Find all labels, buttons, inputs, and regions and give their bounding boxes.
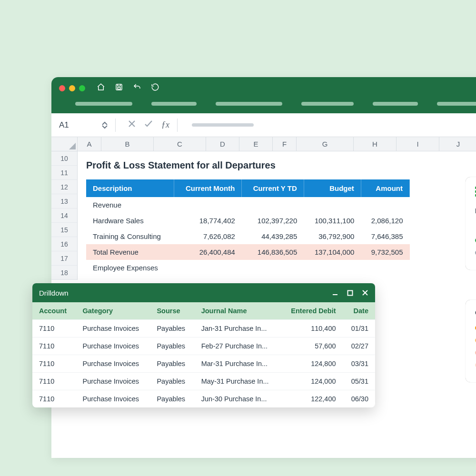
column-header[interactable]: I <box>397 137 439 151</box>
row-header[interactable]: 13 <box>51 194 77 208</box>
drilldown-cell: Jun-30 Purchase In... <box>195 390 281 408</box>
pl-cell <box>361 197 409 213</box>
revenue-breakdown-card: Spre Revenue Breakd Training & CorHardwa… <box>466 177 476 270</box>
refresh-icon[interactable] <box>151 83 159 93</box>
column-header[interactable]: H <box>354 137 397 151</box>
select-all-corner[interactable] <box>51 137 78 151</box>
row-header[interactable]: 16 <box>51 237 77 251</box>
close-icon[interactable] <box>362 289 368 296</box>
row-header[interactable]: 15 <box>51 223 77 237</box>
column-header[interactable]: C <box>154 137 206 151</box>
drilldown-cell: Payables <box>150 373 194 390</box>
column-header[interactable]: D <box>206 137 239 151</box>
pl-cell: 137,104,000 <box>304 244 361 260</box>
column-header[interactable]: J <box>439 137 476 151</box>
drilldown-cell: 05/31 <box>343 373 375 390</box>
drilldown-cell: 7110 <box>32 373 76 390</box>
row-header[interactable]: 18 <box>51 266 77 280</box>
pl-cell: Employee Expenses <box>86 260 174 276</box>
column-headers: ABCDEFGHIJK <box>51 137 476 151</box>
pl-column-header: Description <box>86 179 174 197</box>
table-row[interactable]: 7110Purchase InvoicesPayablesMay-31 Purc… <box>32 373 375 390</box>
undo-icon[interactable] <box>133 83 141 93</box>
drilldown-cell: 57,600 <box>280 337 342 355</box>
ribbon-tab[interactable] <box>301 102 354 106</box>
column-header[interactable]: G <box>297 137 354 151</box>
pl-cell: 44,439,285 <box>242 228 304 244</box>
drilldown-cell: May-31 Purchase In... <box>195 373 281 390</box>
ribbon-tab[interactable] <box>373 102 418 106</box>
pl-cell: Training & Consulting <box>86 228 174 244</box>
column-header[interactable]: A <box>78 137 101 151</box>
fx-icon[interactable]: ƒx <box>161 120 169 130</box>
pl-cell: 102,397,220 <box>242 213 304 228</box>
pl-cell <box>174 260 242 276</box>
drilldown-cell: Payables <box>150 337 194 355</box>
table-row[interactable]: 7110Purchase InvoicesPayablesJan-31 Purc… <box>32 320 375 337</box>
pl-cell: 146,836,505 <box>242 244 304 260</box>
svg-rect-1 <box>118 88 120 89</box>
drilldown-table: AccountGategorySourseJournal NameEntered… <box>32 302 375 407</box>
drilldown-cell: 7110 <box>32 320 76 337</box>
row-header[interactable]: 10 <box>51 151 77 166</box>
drilldown-cell: 122,400 <box>280 390 342 408</box>
formula-bar: A1 ƒx <box>51 113 476 137</box>
cancel-formula-icon[interactable] <box>128 120 136 130</box>
ribbon-tab[interactable] <box>75 102 132 106</box>
drilldown-window: Drilldown AccountGategorySourseJournal N… <box>32 283 375 407</box>
table-row[interactable]: 7110Purchase InvoicesPayablesJun-30 Purc… <box>32 390 375 408</box>
pl-cell: 100,311,100 <box>304 213 361 228</box>
drilldown-cell: 01/31 <box>343 320 375 337</box>
minimize-icon[interactable] <box>332 289 338 296</box>
drilldown-cell: Purchase Invoices <box>76 337 150 355</box>
home-icon[interactable] <box>97 83 105 93</box>
pl-cell: Total Revenue <box>86 244 174 260</box>
drilldown-cell: 7110 <box>32 355 76 373</box>
drilldown-cell: Payables <box>150 320 194 337</box>
table-row[interactable]: Hardware Sales18,774,402102,397,220100,3… <box>86 213 410 228</box>
table-row[interactable]: Revenue <box>86 197 410 213</box>
accept-formula-icon[interactable] <box>144 120 153 130</box>
pl-cell: 36,792,900 <box>304 228 361 244</box>
row-header[interactable]: 11 <box>51 166 77 180</box>
table-row[interactable]: 7110Purchase InvoicesPayablesMar-31 Purc… <box>32 355 375 373</box>
row-header[interactable]: 17 <box>51 251 77 266</box>
ribbon-tab[interactable] <box>437 102 476 106</box>
titlebar <box>51 77 476 99</box>
column-header[interactable]: F <box>273 137 297 151</box>
drilldown-cell: 02/27 <box>343 337 375 355</box>
drilldown-cell: 06/30 <box>343 390 375 408</box>
minimize-window-button[interactable] <box>69 85 75 91</box>
pl-cell <box>174 197 242 213</box>
table-row[interactable]: Employee Expenses <box>86 260 410 276</box>
formula-input[interactable] <box>192 123 254 127</box>
pl-cell: 9,732,505 <box>361 244 409 260</box>
drilldown-cell: Feb-27 Purchase In... <box>195 337 281 355</box>
pl-cell <box>304 197 361 213</box>
drilldown-cell: Purchase Invoices <box>76 390 150 408</box>
ribbon-tab[interactable] <box>216 102 282 106</box>
column-header[interactable]: B <box>101 137 154 151</box>
maximize-icon[interactable] <box>347 290 353 296</box>
save-icon[interactable] <box>115 83 123 93</box>
pl-column-header: Budget <box>304 179 361 197</box>
maximize-window-button[interactable] <box>79 85 85 91</box>
drilldown-cell: 7110 <box>32 337 76 355</box>
table-row[interactable]: Total Revenue26,400,484146,836,505137,10… <box>86 244 410 260</box>
drilldown-cell: Purchase Invoices <box>76 320 150 337</box>
ribbon-tab[interactable] <box>151 102 197 106</box>
pl-column-header: Current Y TD <box>242 179 304 197</box>
column-header[interactable]: E <box>239 137 273 151</box>
pl-cell: 7,626,082 <box>174 228 242 244</box>
drilldown-cell: 03/31 <box>343 355 375 373</box>
report-title: Profit & Loss Statement for all Departur… <box>86 160 476 171</box>
table-row[interactable]: Training & Consulting7,626,08244,439,285… <box>86 228 410 244</box>
table-row[interactable]: 7110Purchase InvoicesPayablesFeb-27 Purc… <box>32 337 375 355</box>
row-header[interactable]: 14 <box>51 208 77 223</box>
drilldown-cell: Payables <box>150 390 194 408</box>
cell-reference-input[interactable]: A1 <box>56 119 97 132</box>
row-header[interactable]: 12 <box>51 180 77 194</box>
close-window-button[interactable] <box>59 85 65 91</box>
spreadsheet-grid[interactable]: Profit & Loss Statement for all Departur… <box>78 151 476 280</box>
cell-reference-stepper[interactable] <box>102 121 108 129</box>
